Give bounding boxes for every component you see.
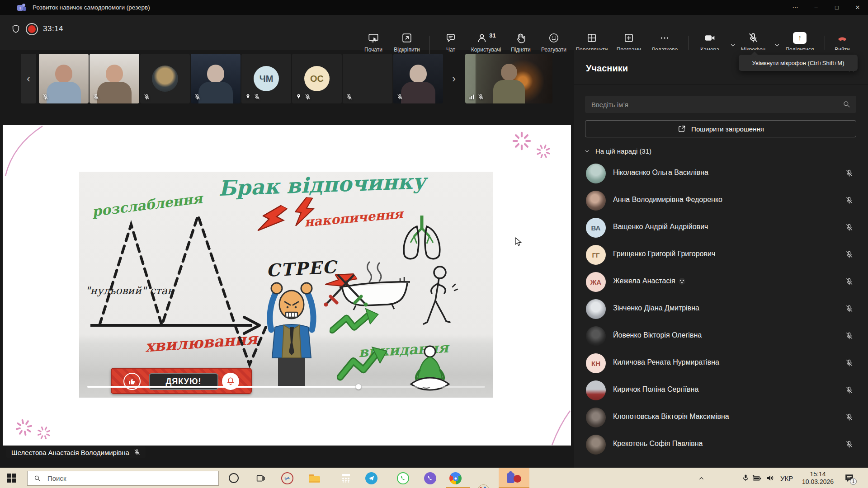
volume-icon[interactable] bbox=[766, 474, 775, 484]
presentation-slide[interactable]: Брак відпочинку розслаблення накопичення… bbox=[79, 172, 493, 398]
mic-muted-icon bbox=[845, 413, 854, 422]
video-progress-handle[interactable] bbox=[356, 384, 361, 389]
share-screen-icon bbox=[368, 32, 379, 44]
in-meeting-section-header[interactable]: На цій нараді (31) bbox=[584, 145, 651, 157]
participant-name: Анна Володимирівна Федоренко bbox=[613, 196, 722, 204]
chevron-down-icon bbox=[584, 148, 590, 154]
participant-name: Йовенко Вікторія Олегівна bbox=[613, 331, 702, 339]
search-icon bbox=[842, 100, 851, 108]
whatsapp-icon[interactable] bbox=[397, 472, 409, 484]
video-tile[interactable] bbox=[140, 54, 190, 103]
window-titlebar: T Розвиток навичок самодопомоги (резерв)… bbox=[0, 0, 868, 15]
teams-logo-icon: T bbox=[17, 4, 26, 11]
people-icon bbox=[476, 32, 488, 44]
pin-icon bbox=[295, 94, 302, 100]
video-tile[interactable]: ЧМ bbox=[241, 54, 291, 103]
avatar bbox=[586, 408, 606, 427]
tray-microphone-icon[interactable] bbox=[741, 474, 750, 484]
tile-status-badges bbox=[295, 94, 311, 100]
participant-row[interactable]: ВАВащенко Андрій Андрійович bbox=[574, 214, 868, 241]
participant-row[interactable]: Крекотень Софія Павлівна bbox=[574, 431, 868, 458]
mic-muted-icon bbox=[845, 305, 854, 313]
avatar bbox=[152, 66, 178, 92]
minimize-icon[interactable]: – bbox=[806, 0, 826, 15]
cortana-icon[interactable] bbox=[229, 473, 239, 483]
mic-muted-icon bbox=[747, 32, 759, 44]
mic-tooltip: Увімкнути мікрофон (Ctrl+Shift+M) bbox=[739, 55, 858, 71]
video-tile[interactable] bbox=[393, 54, 443, 103]
participant-row[interactable]: Киричок Поліна Сергіївна bbox=[574, 377, 868, 404]
chat-icon bbox=[445, 32, 457, 44]
mic-off-icon bbox=[346, 94, 353, 100]
video-tile[interactable] bbox=[191, 54, 241, 103]
active-speaker-tile[interactable] bbox=[465, 54, 552, 103]
panel-title: Учасники bbox=[586, 63, 628, 74]
window-menu-icon[interactable]: ⋯ bbox=[785, 0, 806, 15]
date: 10.03.2026 bbox=[802, 478, 834, 485]
participant-search-field[interactable] bbox=[585, 96, 856, 113]
video-progress-bar[interactable] bbox=[87, 386, 485, 388]
telegram-icon[interactable] bbox=[365, 472, 377, 484]
button-label: Відкріпити bbox=[394, 47, 420, 53]
avatar bbox=[354, 66, 381, 92]
tile-status-badges bbox=[194, 94, 201, 100]
presenter-name-label: Шелестова Анастасія Володимирівна bbox=[6, 446, 146, 458]
participant-name: Клопотовська Вікторія Максимівна bbox=[613, 413, 729, 421]
video-tile[interactable] bbox=[90, 54, 139, 103]
participants-panel: Учасники Поширити запрошення На цій нара… bbox=[574, 50, 868, 468]
search-input[interactable] bbox=[585, 96, 856, 113]
filmstrip-prev-button[interactable]: ‹ bbox=[21, 54, 36, 103]
apps-plus-icon bbox=[623, 32, 635, 44]
stick-figure-drawing bbox=[415, 264, 460, 332]
paint-icon[interactable] bbox=[477, 484, 490, 488]
button-label: Реагувати bbox=[541, 47, 566, 53]
language-indicator[interactable]: УКР bbox=[780, 474, 793, 482]
tile-status-badges bbox=[346, 94, 353, 100]
teams-taskbar-button[interactable] bbox=[499, 468, 529, 488]
video-tile[interactable]: ОС bbox=[292, 54, 342, 103]
chrome-icon[interactable] bbox=[449, 472, 462, 484]
snipping-tool-icon[interactable]: ✂ bbox=[279, 470, 295, 486]
mic-off-icon bbox=[396, 94, 403, 100]
tile-status-badges bbox=[42, 94, 49, 100]
participant-row[interactable]: Ніколаєнко Ольга Василівна bbox=[574, 160, 868, 187]
mic-muted-icon bbox=[845, 277, 854, 286]
task-view-icon[interactable] bbox=[256, 474, 265, 483]
participant-row[interactable]: Анна Володимирівна Федоренко bbox=[574, 187, 868, 214]
green-zigzag-arrow-icon bbox=[329, 303, 380, 343]
participant-row[interactable]: Йовенко Вікторія Олегівна bbox=[574, 323, 868, 350]
participant-name: Киличова Рената Нурмиратівна bbox=[613, 358, 719, 366]
start-button-icon[interactable] bbox=[7, 474, 17, 483]
participant-row[interactable]: КНКиличова Рената Нурмиратівна bbox=[574, 350, 868, 377]
share-invite-button[interactable]: Поширити запрошення bbox=[585, 120, 856, 137]
participant-row[interactable]: Клопотовська Вікторія Максимівна bbox=[574, 404, 868, 431]
video-tile[interactable] bbox=[343, 54, 392, 103]
sparkle-icon bbox=[13, 416, 35, 439]
participant-name: Киричок Поліна Сергіївна bbox=[613, 385, 698, 394]
ellipsis-icon bbox=[659, 32, 670, 44]
mouse-cursor bbox=[515, 237, 523, 246]
viber-icon[interactable] bbox=[424, 472, 436, 484]
participant-row[interactable]: ГГГрищенко Григорій Григорович bbox=[574, 241, 868, 268]
green-zigzag-arrow-icon bbox=[335, 344, 391, 386]
taskbar-search-box[interactable] bbox=[27, 471, 219, 486]
meeting-status: 33:14 bbox=[11, 24, 63, 34]
filmstrip-next-button[interactable]: › bbox=[446, 54, 462, 103]
mic-off-icon bbox=[254, 94, 260, 100]
participant-row[interactable]: Зінченко Діана Дмитрівна bbox=[574, 296, 868, 323]
mic-options-chevron-icon[interactable] bbox=[774, 42, 780, 48]
taskbar-clock[interactable]: 15:14 10.03.2026 bbox=[797, 470, 839, 486]
participant-name: Жежела Анастасія bbox=[613, 277, 685, 285]
pink-arc-decoration bbox=[3, 125, 44, 177]
tray-expand-chevron-icon[interactable] bbox=[698, 475, 705, 482]
tile-status-badges bbox=[245, 94, 260, 100]
close-icon[interactable]: ✕ bbox=[847, 0, 868, 15]
taskbar-search-input[interactable] bbox=[47, 474, 196, 483]
pink-arc-decoration bbox=[551, 410, 571, 446]
maximize-icon[interactable]: □ bbox=[826, 0, 847, 15]
popout-icon bbox=[401, 32, 413, 44]
battery-icon[interactable] bbox=[752, 474, 762, 485]
participant-row[interactable]: ЖАЖежела Анастасія bbox=[574, 268, 868, 296]
avatar: ВА bbox=[586, 218, 606, 238]
video-tile[interactable] bbox=[39, 54, 89, 103]
